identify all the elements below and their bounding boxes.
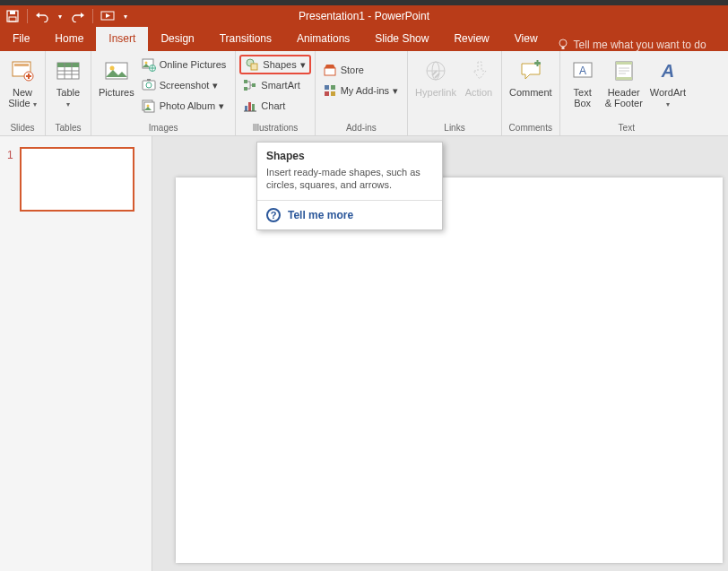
group-illustrations: Shapes ▾ SmartArt Chart Illustrations — [236, 51, 315, 135]
textbox-icon: A — [568, 56, 597, 85]
tab-home[interactable]: Home — [42, 27, 96, 51]
slide-thumbnail-preview[interactable] — [20, 147, 134, 212]
svg-text:A: A — [579, 65, 586, 77]
store-button[interactable]: Store — [319, 60, 403, 80]
save-button[interactable] — [0, 5, 25, 27]
tab-view[interactable]: View — [502, 27, 550, 51]
group-tables: Table▾ Tables — [46, 51, 91, 135]
slide-number: 1 — [7, 147, 14, 212]
comment-label: Comment — [509, 87, 552, 98]
header-footer-icon — [610, 56, 638, 85]
svg-rect-2 — [9, 17, 16, 22]
qat-customize-dropdown[interactable]: ▾ — [120, 5, 131, 27]
ribbon-tabs: File Home Insert Design Transitions Anim… — [0, 27, 728, 51]
svg-point-4 — [559, 39, 567, 47]
store-icon — [323, 63, 337, 77]
chart-button[interactable]: Chart — [239, 96, 310, 116]
comment-button[interactable]: Comment — [506, 53, 556, 98]
undo-icon — [35, 10, 49, 22]
chevron-down-icon: ▾ — [212, 80, 218, 91]
tab-slideshow[interactable]: Slide Show — [362, 27, 441, 51]
wordart-button[interactable]: A WordArt▾ — [646, 53, 689, 110]
header-footer-button[interactable]: Header & Footer — [602, 53, 646, 108]
shapes-icon — [245, 57, 259, 72]
tooltip-title: Shapes — [257, 143, 442, 166]
tab-transitions[interactable]: Transitions — [207, 27, 284, 51]
tab-design[interactable]: Design — [148, 27, 206, 51]
pictures-icon — [102, 56, 131, 85]
group-label-tables: Tables — [49, 121, 87, 135]
svg-rect-31 — [244, 87, 247, 91]
table-button[interactable]: Table▾ — [49, 53, 87, 110]
hyperlink-icon — [421, 56, 450, 85]
group-images: Pictures Online Pictures Screenshot ▾ Ph… — [91, 51, 236, 135]
group-comments: Comment Comments — [502, 51, 560, 135]
chevron-down-icon: ▾ — [219, 100, 224, 112]
svg-rect-41 — [331, 91, 335, 96]
pictures-button[interactable]: Pictures — [95, 53, 138, 98]
photo-album-label: Photo Album — [160, 100, 215, 111]
textbox-button[interactable]: A Text Box — [564, 53, 602, 108]
screenshot-button[interactable]: Screenshot ▾ — [138, 75, 232, 95]
undo-button[interactable] — [30, 5, 55, 27]
redo-icon — [71, 10, 85, 22]
tooltip-link-label: Tell me more — [288, 209, 353, 221]
slide-editor-area[interactable]: Shapes Insert ready-made shapes, such as… — [152, 136, 728, 571]
svg-rect-26 — [144, 102, 154, 112]
new-slide-button[interactable]: New Slide ▾ — [4, 53, 41, 110]
addins-icon — [323, 83, 337, 98]
action-button[interactable]: Action — [460, 53, 498, 98]
svg-point-18 — [109, 66, 114, 71]
tooltip-tell-me-more-link[interactable]: ? Tell me more — [257, 201, 442, 229]
online-pictures-icon — [142, 57, 156, 72]
screenshot-label: Screenshot — [160, 80, 210, 91]
new-slide-icon — [8, 56, 37, 85]
online-pictures-button[interactable]: Online Pictures — [138, 55, 232, 74]
group-slides: New Slide ▾ Slides — [0, 51, 46, 135]
group-label-comments: Comments — [506, 121, 556, 135]
group-label-illustrations: Illustrations — [239, 121, 310, 135]
svg-rect-46 — [536, 60, 538, 66]
pictures-label: Pictures — [99, 87, 134, 98]
photo-album-button[interactable]: Photo Album ▾ — [138, 96, 232, 116]
undo-dropdown[interactable]: ▾ — [55, 5, 65, 27]
tell-me-search[interactable]: Tell me what you want to do — [550, 39, 714, 51]
group-addins: Store My Add-ins ▾ Add-ins — [316, 51, 408, 135]
group-label-text: Text — [564, 121, 689, 135]
start-from-beginning-button[interactable] — [95, 5, 120, 27]
my-addins-button[interactable]: My Add-ins ▾ — [319, 81, 403, 100]
table-icon — [54, 56, 82, 85]
hyperlink-button[interactable]: Hyperlink — [412, 53, 460, 98]
slide-thumbnail-pane[interactable]: 1 — [0, 136, 152, 571]
smartart-button[interactable]: SmartArt — [239, 75, 310, 95]
slide-canvas[interactable] — [176, 177, 723, 563]
window-title: Presentation1 - PowerPoint — [299, 10, 429, 22]
tab-file[interactable]: File — [0, 27, 42, 51]
svg-rect-51 — [616, 77, 632, 80]
ribbon: New Slide ▾ Slides Table▾ Tables Picture… — [0, 51, 728, 136]
svg-rect-35 — [252, 104, 255, 111]
slide-thumbnail-1[interactable]: 1 — [7, 147, 144, 212]
photo-album-icon — [142, 99, 156, 113]
svg-rect-12 — [57, 63, 79, 67]
tab-insert[interactable]: Insert — [96, 27, 148, 51]
workspace: 1 Shapes Insert ready-made shapes, such … — [0, 136, 728, 571]
svg-rect-7 — [14, 64, 29, 66]
svg-rect-39 — [331, 85, 335, 90]
tooltip-body: Insert ready-made shapes, such as circle… — [257, 166, 442, 201]
group-label-slides: Slides — [4, 121, 41, 135]
shapes-button[interactable]: Shapes ▾ — [239, 55, 310, 74]
screenshot-icon — [142, 78, 156, 92]
help-icon: ? — [266, 208, 281, 222]
group-label-addins: Add-ins — [319, 121, 403, 135]
smartart-icon — [243, 78, 257, 92]
tab-review[interactable]: Review — [441, 27, 501, 51]
shapes-label: Shapes — [263, 59, 296, 70]
tab-animations[interactable]: Animations — [284, 27, 362, 51]
svg-rect-5 — [561, 47, 564, 49]
chart-label: Chart — [261, 100, 285, 111]
svg-text:A: A — [661, 61, 674, 81]
redo-button[interactable] — [65, 5, 91, 27]
action-label: Action — [465, 87, 493, 98]
group-text: A Text Box Header & Footer A WordArt▾ Te… — [560, 51, 693, 135]
